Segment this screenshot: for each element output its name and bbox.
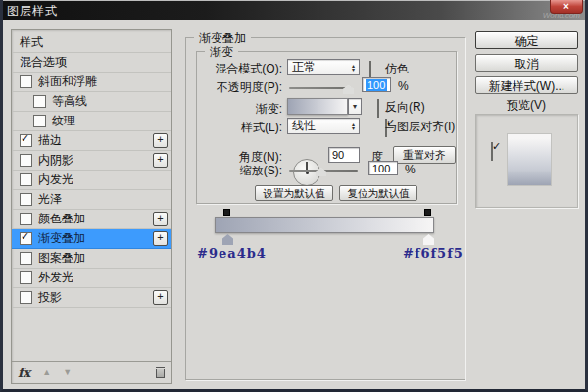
- sidebar-item-label: 描边: [38, 132, 153, 149]
- effect-checkbox[interactable]: [20, 173, 32, 186]
- layer-style-dialog: 图层样式 World.com × 样式 混合选项 斜面和浮雕 等高线 纹理: [0, 0, 588, 392]
- add-effect-instance-icon[interactable]: +: [153, 212, 168, 226]
- sidebar-item-blending-options[interactable]: 混合选项: [12, 53, 172, 73]
- scale-label: 缩放(S):: [204, 163, 282, 179]
- delete-effect-icon[interactable]: [155, 367, 166, 378]
- effect-checkbox[interactable]: [20, 193, 32, 206]
- reset-alignment-button[interactable]: 重置对齐: [393, 146, 456, 164]
- move-effect-down-icon[interactable]: ▼: [63, 368, 72, 377]
- blend-mode-value: 正常: [292, 59, 352, 75]
- effects-list-footer: fx ▲ ▼: [12, 361, 172, 383]
- sidebar-item-gradient-overlay[interactable]: 渐变叠加 +: [12, 229, 172, 249]
- sidebar-item-texture[interactable]: 纹理: [12, 112, 172, 131]
- scale-value: 100: [372, 163, 390, 174]
- sidebar-item-label: 颜色叠加: [38, 211, 153, 227]
- opacity-input[interactable]: 100: [362, 77, 391, 92]
- updown-arrow-icon: ▴▾: [352, 64, 355, 72]
- scale-input[interactable]: 100: [368, 161, 398, 175]
- opacity-value: 100: [366, 79, 387, 91]
- sidebar-item-satin[interactable]: 光泽: [12, 190, 172, 210]
- reverse-checkbox[interactable]: [377, 99, 379, 118]
- style-label: 样式(L):: [204, 120, 282, 136]
- gradient-editor-bar[interactable]: [215, 217, 434, 233]
- style-preview-box: [475, 114, 578, 208]
- set-default-button[interactable]: 设置为默认值: [255, 185, 333, 201]
- close-icon[interactable]: ×: [550, 0, 583, 14]
- sidebar-item-drop-shadow[interactable]: 投影 +: [12, 288, 172, 308]
- style-preview-swatch: [507, 133, 552, 186]
- opacity-label: 不透明度(P):: [204, 79, 282, 96]
- new-style-button[interactable]: 新建样式(W)...: [475, 76, 578, 94]
- sidebar-item-label: 光泽: [38, 191, 168, 208]
- effect-checkbox[interactable]: [20, 291, 32, 304]
- opacity-slider[interactable]: [289, 87, 352, 89]
- titlebar[interactable]: 图层样式 World.com ×: [0, 0, 588, 20]
- sidebar-item-label: 投影: [38, 289, 153, 306]
- sidebar-item-color-overlay[interactable]: 颜色叠加 +: [12, 210, 172, 229]
- add-effect-instance-icon[interactable]: +: [153, 231, 168, 246]
- sidebar-item-label: 内阴影: [38, 152, 153, 169]
- style-select[interactable]: 线性 ▴▾: [287, 118, 360, 134]
- effect-checkbox[interactable]: [20, 75, 32, 88]
- cancel-button[interactable]: 取消: [475, 54, 578, 72]
- preview-label: 预览(V): [507, 97, 546, 114]
- gradient-label: 渐变:: [204, 101, 282, 118]
- ok-button[interactable]: 确定: [475, 31, 578, 49]
- opacity-stop-left[interactable]: [223, 209, 230, 216]
- start-hex-label: #9ea4b4: [197, 246, 267, 261]
- reset-default-button[interactable]: 复位为默认值: [339, 185, 417, 201]
- sidebar-item-inner-glow[interactable]: 内发光: [12, 171, 172, 190]
- opacity-unit: %: [398, 79, 409, 93]
- sidebar-item-label: 斜面和浮雕: [38, 74, 168, 90]
- sidebar-item-label: 图案叠加: [38, 250, 168, 267]
- updown-arrow-icon: ▴▾: [352, 122, 355, 130]
- sidebar-item-bevel-emboss[interactable]: 斜面和浮雕: [12, 73, 172, 92]
- add-effect-instance-icon[interactable]: +: [153, 153, 168, 168]
- effect-checkbox[interactable]: [20, 134, 32, 147]
- effects-list: 样式 混合选项 斜面和浮雕 等高线 纹理 描边 +: [11, 29, 172, 384]
- effects-list-items: 样式 混合选项 斜面和浮雕 等高线 纹理 描边 +: [12, 30, 172, 361]
- style-value: 线性: [292, 118, 352, 134]
- blend-mode-label: 混合模式(O):: [204, 61, 282, 77]
- dialog-title: 图层样式: [7, 3, 58, 20]
- add-effect-instance-icon[interactable]: +: [153, 133, 168, 148]
- dither-label: 仿色: [385, 61, 409, 77]
- sidebar-item-label: 样式: [20, 34, 168, 51]
- chevron-down-icon: ▾: [353, 102, 357, 111]
- align-with-layer-label: 与图层对齐(I): [385, 119, 455, 135]
- scale-unit: %: [405, 163, 416, 176]
- sidebar-item-label: 外发光: [38, 270, 168, 286]
- sidebar-item-label: 纹理: [52, 113, 168, 129]
- fx-menu-icon[interactable]: fx: [18, 366, 30, 380]
- gradient-picker-button[interactable]: ▾: [348, 98, 362, 115]
- blend-mode-select[interactable]: 正常 ▴▾: [287, 59, 360, 75]
- sidebar-item-label: 等高线: [52, 93, 168, 110]
- angle-input[interactable]: 90: [328, 147, 360, 163]
- sidebar-item-stroke[interactable]: 描边 +: [12, 131, 172, 151]
- effect-checkbox[interactable]: [20, 154, 32, 167]
- effect-checkbox[interactable]: [20, 252, 32, 265]
- gradient-swatch[interactable]: [287, 98, 348, 115]
- sidebar-item-inner-shadow[interactable]: 内阴影 +: [12, 151, 172, 171]
- add-effect-instance-icon[interactable]: +: [153, 290, 168, 305]
- sidebar-item-styles[interactable]: 样式: [12, 33, 172, 53]
- effect-checkbox[interactable]: [20, 213, 32, 225]
- sidebar-item-label: 混合选项: [20, 54, 168, 71]
- opacity-stop-right[interactable]: [424, 209, 431, 216]
- effect-checkbox[interactable]: [20, 271, 32, 284]
- angle-value: 90: [332, 149, 344, 161]
- sidebar-item-outer-glow[interactable]: 外发光: [12, 269, 172, 288]
- end-hex-label: #f6f5f5: [403, 246, 464, 261]
- move-effect-up-icon[interactable]: ▲: [42, 368, 51, 377]
- sidebar-item-contour[interactable]: 等高线: [12, 92, 172, 112]
- effect-checkbox[interactable]: [33, 95, 46, 108]
- reverse-label: 反向(R): [385, 99, 425, 116]
- sidebar-item-label: 渐变叠加: [38, 230, 153, 247]
- subgroup-title: 渐变: [205, 44, 238, 61]
- effect-checkbox[interactable]: [20, 232, 32, 245]
- effect-checkbox[interactable]: [33, 115, 46, 127]
- sidebar-item-pattern-overlay[interactable]: 图案叠加: [12, 249, 172, 269]
- sidebar-item-label: 内发光: [38, 172, 168, 188]
